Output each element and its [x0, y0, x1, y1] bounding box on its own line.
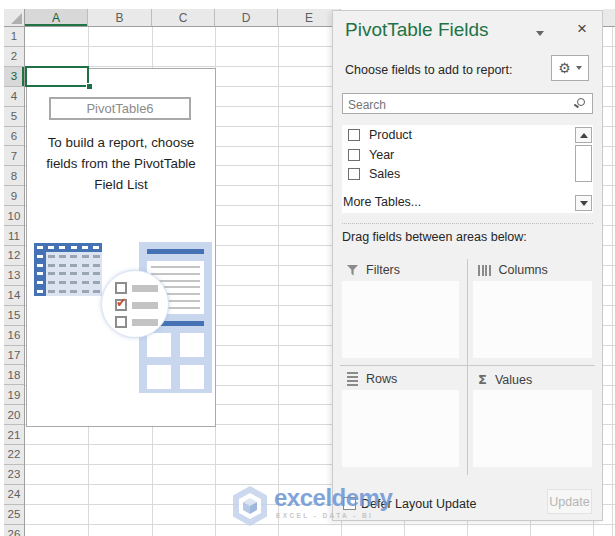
search-box	[342, 93, 593, 114]
areas-section: Filters Columns Rows Σ Values	[342, 259, 593, 475]
row-header-19[interactable]: 19	[4, 385, 24, 405]
table-graphic-icon	[34, 243, 102, 296]
values-area-header: Σ Values	[478, 372, 532, 387]
field-label: Product	[369, 128, 412, 142]
row-header-12[interactable]: 12	[4, 246, 24, 266]
pivot-instruction-line: To build a report, choose	[29, 132, 213, 153]
pane-options-caret-icon[interactable]	[536, 31, 544, 36]
row-header-24[interactable]: 24	[4, 485, 24, 505]
gridline	[612, 27, 613, 536]
pivot-instruction-text: To build a report, choose fields from th…	[29, 132, 213, 195]
separator	[342, 223, 593, 224]
row-header-23[interactable]: 23	[4, 465, 24, 485]
pivot-placeholder[interactable]: PivotTable6 To build a report, choose fi…	[26, 68, 216, 427]
row-header-3[interactable]: 3	[4, 67, 24, 87]
filters-area-label: Filters	[366, 263, 400, 277]
columns-icon	[478, 265, 491, 276]
pane-title: PivotTable Fields	[345, 19, 489, 41]
column-header-C[interactable]: C	[152, 9, 215, 27]
scroll-up-button[interactable]	[575, 127, 592, 143]
row-header-14[interactable]: 14	[4, 286, 24, 306]
row-header-10[interactable]: 10	[4, 206, 24, 226]
more-tables-link[interactable]: More Tables...	[343, 195, 421, 209]
filters-area-header: Filters	[347, 263, 400, 277]
triangle-down-icon	[580, 201, 588, 206]
row-header-11[interactable]: 11	[4, 226, 24, 246]
pivot-instruction-line: Field List	[29, 174, 213, 195]
rows-drop-area[interactable]	[342, 390, 459, 467]
field-label: Year	[369, 148, 394, 162]
row-header-13[interactable]: 13	[4, 266, 24, 286]
field-checkbox[interactable]	[348, 168, 360, 180]
row-header-26[interactable]: 26	[4, 525, 24, 536]
field-checkbox[interactable]	[348, 129, 360, 141]
row-header-20[interactable]: 20	[4, 405, 24, 425]
pivot-name-box: PivotTable6	[49, 97, 191, 120]
choose-fields-label: Choose fields to add to report:	[345, 63, 512, 77]
columns-drop-area[interactable]	[473, 281, 592, 358]
pivot-instruction-line: fields from the PivotTable	[29, 153, 213, 174]
column-headers: ABCDE	[4, 9, 341, 27]
values-area-label: Values	[495, 373, 532, 387]
row-header-6[interactable]: 6	[4, 127, 24, 147]
rows-area-label: Rows	[366, 372, 397, 386]
column-header-D[interactable]: D	[215, 9, 278, 27]
row-header-16[interactable]: 16	[4, 326, 24, 346]
row-header-22[interactable]: 22	[4, 445, 24, 465]
column-header-strip: ABCDE	[25, 9, 341, 27]
checklist-magnifier-graphic-icon: ✔	[101, 270, 169, 338]
row-header-2[interactable]: 2	[4, 47, 24, 67]
select-all-corner[interactable]	[4, 9, 25, 27]
search-icon[interactable]	[577, 98, 585, 106]
rows-area-header: Rows	[347, 372, 397, 386]
field-item-product[interactable]: Product	[342, 126, 593, 145]
row-header-9[interactable]: 9	[4, 186, 24, 206]
drag-fields-label: Drag fields between areas below:	[342, 230, 527, 244]
scroll-down-button[interactable]	[575, 195, 592, 211]
defer-layout-label: Defer Layout Update	[361, 497, 476, 511]
tools-button[interactable]: ⚙	[551, 55, 589, 81]
row-header-17[interactable]: 17	[4, 346, 24, 366]
field-list: ProductYearSales More Tables...	[342, 125, 593, 213]
row-header-1[interactable]: 1	[4, 27, 24, 47]
field-checkbox[interactable]	[348, 149, 360, 161]
gear-icon: ⚙	[558, 61, 571, 75]
chevron-down-icon	[576, 66, 582, 70]
row-header-8[interactable]: 8	[4, 166, 24, 186]
fill-handle[interactable]	[86, 83, 93, 90]
row-header-15[interactable]: 15	[4, 306, 24, 326]
field-item-sales[interactable]: Sales	[342, 165, 593, 184]
field-label: Sales	[369, 167, 400, 181]
active-cell-selection	[25, 66, 89, 87]
gridline	[278, 27, 279, 536]
sigma-icon: Σ	[478, 372, 487, 387]
red-check-icon: ✔	[116, 295, 127, 310]
rows-icon	[347, 372, 358, 386]
filter-icon	[347, 265, 358, 276]
triangle-up-icon	[580, 133, 588, 138]
column-header-sliver	[603, 9, 615, 27]
pivottable-fields-pane: PivotTable Fields × Choose fields to add…	[332, 10, 603, 521]
row-header-21[interactable]: 21	[4, 425, 24, 445]
update-button[interactable]: Update	[547, 489, 592, 514]
row-header-7[interactable]: 7	[4, 146, 24, 166]
filters-drop-area[interactable]	[342, 281, 459, 358]
field-items: ProductYearSales	[342, 126, 593, 184]
divider	[340, 365, 595, 366]
divider	[467, 259, 468, 475]
row-header-25[interactable]: 25	[4, 505, 24, 525]
search-input[interactable]	[346, 94, 575, 115]
field-item-year[interactable]: Year	[342, 146, 593, 165]
column-header-B[interactable]: B	[88, 9, 152, 27]
columns-area-header: Columns	[478, 263, 548, 277]
values-drop-area[interactable]	[473, 390, 592, 467]
columns-area-label: Columns	[499, 263, 548, 277]
column-header-A[interactable]: A	[25, 9, 88, 27]
scrollbar-thumb[interactable]	[575, 145, 592, 182]
row-header-5[interactable]: 5	[4, 107, 24, 127]
row-header-18[interactable]: 18	[4, 365, 24, 385]
row-headers: 1234567891011121314151617181920212223242…	[4, 27, 25, 536]
defer-layout-checkbox[interactable]	[343, 497, 356, 510]
row-header-4[interactable]: 4	[4, 87, 24, 107]
close-icon[interactable]: ×	[577, 19, 587, 39]
